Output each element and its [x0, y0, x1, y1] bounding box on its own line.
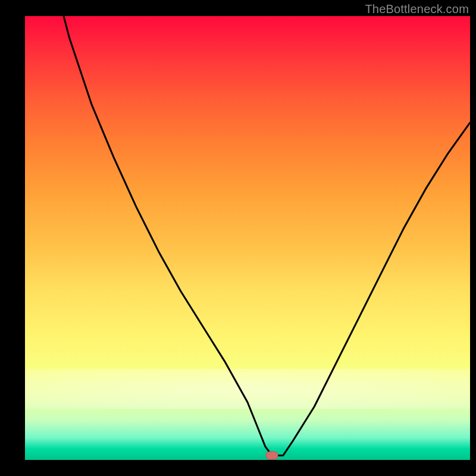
bottleneck-curve: [25, 16, 470, 456]
watermark-text: TheBottleneck.com: [365, 2, 469, 16]
plot-area: [25, 16, 470, 460]
minimum-marker: [266, 452, 278, 459]
chart-stage: TheBottleneck.com: [0, 0, 476, 476]
curve-layer: [25, 16, 470, 460]
